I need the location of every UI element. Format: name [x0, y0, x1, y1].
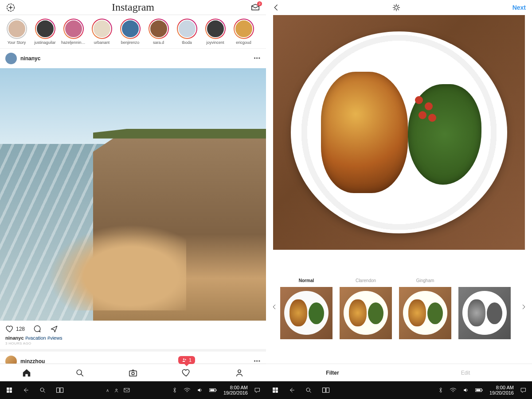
- story-label: sara.d: [153, 40, 164, 45]
- inbox-button[interactable]: 2: [250, 2, 261, 13]
- stories-row[interactable]: Your Storyjustinaguilarhazeljenningsurba…: [0, 15, 266, 49]
- svg-rect-25: [326, 388, 329, 393]
- task-view-icon[interactable]: [56, 387, 64, 393]
- start-button[interactable]: [6, 387, 12, 393]
- feed-screen: Instagram 2 Your Storyjustinaguilarhazel…: [0, 0, 266, 381]
- task-view-icon[interactable]: [322, 387, 330, 393]
- svg-rect-2: [129, 371, 137, 376]
- comment-button[interactable]: [33, 325, 42, 333]
- search-tab[interactable]: [75, 368, 85, 378]
- svg-rect-15: [124, 388, 129, 392]
- svg-rect-27: [476, 389, 481, 391]
- home-tab[interactable]: [22, 368, 31, 378]
- post-time: 3 HOURS AGO: [0, 341, 266, 349]
- filter-label: Normal: [299, 278, 314, 284]
- clock-date: 19/20/2016: [223, 390, 248, 395]
- svg-rect-7: [7, 387, 9, 390]
- filter-item[interactable]: Gingham: [399, 278, 451, 339]
- activity-tab[interactable]: [181, 368, 191, 378]
- story-label: tboda: [182, 40, 192, 45]
- story-item[interactable]: tboda: [175, 19, 199, 45]
- feed-header: Instagram 2: [0, 0, 266, 15]
- story-item[interactable]: justinaguilar: [33, 19, 57, 45]
- start-button[interactable]: [272, 387, 278, 393]
- wifi-icon[interactable]: [184, 387, 191, 393]
- filter-item[interactable]: Clarendon: [340, 278, 392, 339]
- bluetooth-icon[interactable]: [172, 387, 177, 393]
- tray-people-icon[interactable]: [113, 387, 119, 393]
- post-image[interactable]: [0, 68, 266, 321]
- edit-tab[interactable]: Edit: [399, 364, 532, 381]
- story-item[interactable]: hazeljennings: [61, 19, 86, 45]
- svg-rect-9: [7, 391, 9, 393]
- volume-icon[interactable]: [463, 387, 469, 393]
- bottom-tabbar: 1: [0, 364, 266, 381]
- taskbar-left[interactable]: ∧ 8:00 AM 19/20/2016: [0, 381, 266, 399]
- add-story-button[interactable]: [5, 2, 16, 13]
- story-item[interactable]: ericgoud: [231, 19, 256, 45]
- activity-notification-bubble[interactable]: 1: [178, 356, 195, 364]
- taskbar-clock[interactable]: 8:00 AM 19/20/2016: [489, 385, 514, 395]
- filters-prev-button[interactable]: [269, 304, 280, 310]
- volume-icon[interactable]: [197, 387, 203, 393]
- battery-icon[interactable]: [475, 387, 483, 393]
- tray-mail-icon[interactable]: [124, 387, 130, 393]
- back-icon[interactable]: [288, 387, 295, 394]
- post-caption: ninanyc #vacation #views: [0, 335, 266, 341]
- filter-item[interactable]: Normal: [280, 278, 332, 339]
- share-button[interactable]: [50, 325, 59, 333]
- taskbar-right[interactable]: 8:00 AM 19/20/2016: [266, 381, 532, 399]
- tray-chevron-icon[interactable]: ∧: [106, 388, 109, 393]
- post-more-button[interactable]: •••: [254, 55, 261, 62]
- story-label: joyvincent: [206, 40, 224, 45]
- search-icon[interactable]: [39, 387, 46, 394]
- story-item[interactable]: urbanant: [90, 19, 114, 45]
- avatar[interactable]: [5, 356, 17, 364]
- post-username[interactable]: ninanyc: [20, 55, 250, 62]
- story-item[interactable]: sara.d: [146, 19, 171, 45]
- battery-icon[interactable]: [209, 387, 217, 393]
- action-center-icon[interactable]: [254, 387, 261, 394]
- wifi-icon[interactable]: [450, 387, 457, 393]
- post-header: minzzhou •••: [0, 349, 266, 364]
- back-icon[interactable]: [22, 387, 29, 394]
- editor-screen: Next NormalClarendonGingham Filter Edit: [266, 0, 532, 381]
- next-button[interactable]: Next: [512, 4, 526, 11]
- search-icon[interactable]: [305, 387, 312, 394]
- svg-point-3: [132, 372, 134, 375]
- caption-username[interactable]: ninanyc: [5, 335, 24, 341]
- svg-rect-8: [10, 387, 12, 390]
- story-item[interactable]: joyvincent: [203, 19, 227, 45]
- story-label: justinaguilar: [34, 40, 55, 45]
- story-item[interactable]: Your Story: [4, 19, 29, 45]
- taskbar-clock[interactable]: 8:00 AM 19/20/2016: [223, 385, 248, 395]
- avatar[interactable]: [5, 53, 17, 64]
- svg-rect-10: [10, 391, 12, 393]
- editor-photo[interactable]: [273, 15, 525, 250]
- svg-rect-21: [273, 391, 275, 393]
- story-item[interactable]: benjirenzo: [118, 19, 142, 45]
- feed-body[interactable]: ninanyc ••• 128 ninanyc: [0, 49, 266, 364]
- profile-tab[interactable]: [235, 368, 244, 378]
- post-more-button[interactable]: •••: [254, 358, 261, 364]
- windows-taskbars: ∧ 8:00 AM 19/20/2016: [0, 381, 532, 399]
- filters-next-button[interactable]: [518, 304, 529, 310]
- svg-rect-12: [57, 388, 60, 393]
- lux-button[interactable]: [392, 3, 401, 12]
- notification-count: 1: [189, 357, 192, 363]
- svg-rect-24: [323, 388, 326, 393]
- back-button[interactable]: [272, 4, 280, 12]
- filter-item[interactable]: [458, 278, 511, 339]
- like-button[interactable]: 128: [5, 325, 25, 333]
- caption-hashtags[interactable]: #vacation #views: [25, 335, 63, 341]
- editor-header: Next: [266, 0, 532, 15]
- post-username[interactable]: minzzhou: [20, 358, 250, 364]
- post-header: ninanyc •••: [0, 49, 266, 68]
- filter-tab[interactable]: Filter: [266, 364, 399, 381]
- filter-label: Clarendon: [356, 278, 376, 284]
- bluetooth-icon[interactable]: [438, 387, 443, 393]
- svg-rect-28: [482, 390, 482, 391]
- camera-tab[interactable]: [128, 368, 138, 378]
- svg-point-5: [183, 358, 184, 360]
- action-center-icon[interactable]: [520, 387, 527, 394]
